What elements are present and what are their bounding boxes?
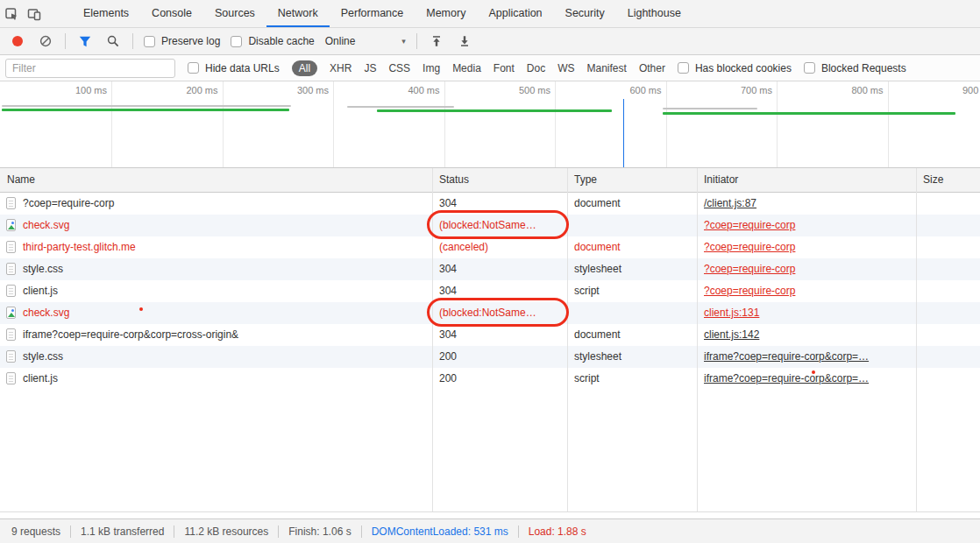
status-text: (blocked:NotSame… xyxy=(439,219,536,231)
clear-button[interactable] xyxy=(37,28,54,54)
initiator-link[interactable]: client.js:142 xyxy=(704,328,759,341)
initiator-cell: iframe?coep=require-corp&corp=… xyxy=(697,368,916,390)
column-header-type[interactable]: Type xyxy=(567,168,697,192)
checkbox-box xyxy=(804,62,815,74)
tab-lighthouse[interactable]: Lighthouse xyxy=(616,0,692,27)
column-header-status[interactable]: Status xyxy=(432,168,567,192)
status-text: (blocked:NotSame… xyxy=(439,307,536,319)
summary-resources: 11.2 kB resources xyxy=(174,525,278,538)
table-row[interactable]: client.js304script?coep=require-corp xyxy=(0,280,980,302)
table-row[interactable]: iframe?coep=require-corp&corp=cross-orig… xyxy=(0,324,980,346)
column-divider xyxy=(916,168,917,511)
summary-finish: Finish: 1.06 s xyxy=(279,525,360,538)
device-toolbar-button[interactable] xyxy=(23,0,46,27)
blocked-requests-checkbox[interactable]: Blocked Requests xyxy=(804,62,906,74)
table-row[interactable]: third-party-test.glitch.me(canceled)docu… xyxy=(0,236,980,258)
status-text: (canceled) xyxy=(439,241,488,253)
disable-cache-checkbox[interactable]: Disable cache xyxy=(231,35,314,47)
status-cell: (blocked:NotSame… xyxy=(432,302,567,324)
network-overview[interactable]: 100 ms200 ms300 ms400 ms500 ms600 ms700 … xyxy=(0,81,980,168)
disable-cache-label: Disable cache xyxy=(248,35,314,47)
overview-bar-green xyxy=(2,109,289,111)
filter-type-css[interactable]: CSS xyxy=(388,62,410,74)
search-button[interactable] xyxy=(104,28,122,54)
initiator-link[interactable]: /client.js:87 xyxy=(704,197,756,209)
size-cell xyxy=(916,280,980,302)
tab-application[interactable]: Application xyxy=(477,0,553,27)
filter-type-xhr[interactable]: XHR xyxy=(330,62,352,74)
tab-network[interactable]: Network xyxy=(266,0,330,27)
tab-memory[interactable]: Memory xyxy=(415,0,477,27)
filter-type-all[interactable]: All xyxy=(292,60,317,76)
filter-type-js[interactable]: JS xyxy=(364,62,376,74)
filter-type-doc[interactable]: Doc xyxy=(527,62,545,74)
tab-console[interactable]: Console xyxy=(140,0,203,27)
table-row[interactable]: check.svg(blocked:NotSame…?coep=require-… xyxy=(0,215,980,236)
preserve-log-checkbox[interactable]: Preserve log xyxy=(144,35,220,47)
toolbar-divider xyxy=(65,33,66,49)
has-blocked-cookies-checkbox[interactable]: Has blocked cookies xyxy=(678,62,792,74)
tab-performance[interactable]: Performance xyxy=(330,0,415,27)
status-cell: 304 xyxy=(432,258,567,280)
status-cell: 304 xyxy=(432,280,567,302)
record-button[interactable] xyxy=(9,28,26,54)
overview-bar-gray xyxy=(347,106,454,108)
hide-data-urls-checkbox[interactable]: Hide data URLs xyxy=(188,62,280,74)
initiator-link[interactable]: ?coep=require-corp xyxy=(704,241,795,253)
filter-input[interactable] xyxy=(5,59,175,78)
column-header-initiator[interactable]: Initiator xyxy=(697,168,916,192)
initiator-link[interactable]: iframe?coep=require-corp&corp=… xyxy=(704,350,869,363)
overview-bar-gray xyxy=(2,105,291,107)
tab-security[interactable]: Security xyxy=(554,0,616,27)
status-text: 304 xyxy=(439,197,457,209)
status-text: 200 xyxy=(439,350,457,363)
overview-gridline xyxy=(777,81,778,167)
column-divider xyxy=(432,168,433,511)
initiator-link[interactable]: ?coep=require-corp xyxy=(704,219,795,231)
status-cell: 200 xyxy=(432,346,567,368)
import-har-button[interactable] xyxy=(428,28,445,54)
image-file-icon xyxy=(6,307,16,319)
document-file-icon xyxy=(6,350,16,363)
initiator-link[interactable]: client.js:131 xyxy=(704,307,759,319)
initiator-link[interactable]: ?coep=require-corp xyxy=(704,263,795,275)
initiator-link[interactable]: iframe?coep=require-corp&corp=… xyxy=(704,372,869,384)
initiator-cell: ?coep=require-corp xyxy=(697,236,916,258)
table-row[interactable]: check.svg(blocked:NotSame…client.js:131 xyxy=(0,302,980,324)
filter-type-media[interactable]: Media xyxy=(452,62,481,74)
name-cell: style.css xyxy=(0,258,432,280)
overview-time-label: 900 ms xyxy=(962,85,980,95)
devtools-tabbar: ElementsConsoleSourcesNetworkPerformance… xyxy=(0,0,980,28)
inspect-cursor-button[interactable] xyxy=(0,0,23,27)
name-cell: check.svg xyxy=(0,215,432,236)
initiator-link[interactable]: ?coep=require-corp xyxy=(704,285,795,297)
table-row[interactable]: ?coep=require-corp304document/client.js:… xyxy=(0,193,980,215)
column-header-name[interactable]: Name xyxy=(0,168,432,192)
overview-gridline xyxy=(444,81,445,167)
export-har-icon xyxy=(458,35,471,47)
status-cell: (canceled) xyxy=(432,236,567,258)
size-cell xyxy=(916,258,980,280)
request-name: style.css xyxy=(23,350,63,363)
network-filter-bar: Hide data URLs All XHRJSCSSImgMediaFontD… xyxy=(0,55,980,81)
overview-gridline xyxy=(666,81,667,167)
tab-elements[interactable]: Elements xyxy=(72,0,140,27)
tab-sources[interactable]: Sources xyxy=(203,0,266,27)
initiator-cell: ?coep=require-corp xyxy=(697,215,916,236)
filter-type-img[interactable]: Img xyxy=(423,62,440,74)
document-file-icon xyxy=(6,241,16,253)
table-row[interactable]: style.css304stylesheet?coep=require-corp xyxy=(0,258,980,280)
filter-type-manifest[interactable]: Manifest xyxy=(587,62,627,74)
throttling-select[interactable]: Online ▾ xyxy=(325,35,406,47)
initiator-cell: /client.js:87 xyxy=(697,193,916,215)
table-row[interactable]: client.js200scriptiframe?coep=require-co… xyxy=(0,368,980,390)
filter-type-font[interactable]: Font xyxy=(494,62,515,74)
overview-bar-green xyxy=(663,112,955,115)
table-row[interactable]: style.css200stylesheetiframe?coep=requir… xyxy=(0,346,980,368)
filter-type-ws[interactable]: WS xyxy=(557,62,574,74)
table-body: ?coep=require-corp304document/client.js:… xyxy=(0,193,980,390)
filter-type-other[interactable]: Other xyxy=(639,62,665,74)
column-header-size[interactable]: Size xyxy=(916,168,980,192)
filter-toggle-button[interactable] xyxy=(76,28,94,54)
export-har-button[interactable] xyxy=(456,28,473,54)
